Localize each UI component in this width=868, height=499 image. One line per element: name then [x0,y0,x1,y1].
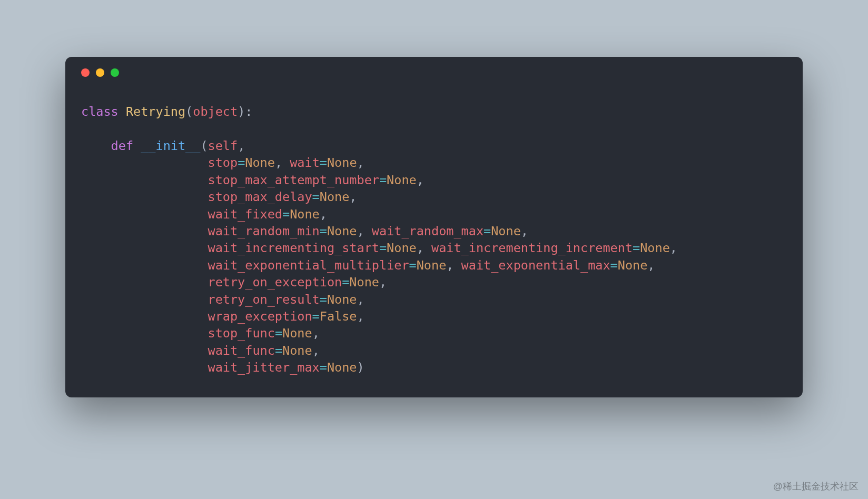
param-wait-incrementing-start: wait_incrementing_start [208,241,379,255]
window-titlebar [65,57,803,82]
paren-open: ( [185,104,193,119]
param-retry-on-exception: retry_on_exception [208,275,342,290]
keyword-def: def [111,138,133,153]
comma: , [320,207,327,222]
comma: , [379,275,387,290]
eq: = [275,326,282,341]
none-literal: None [282,343,312,358]
eq: = [275,343,282,358]
param-stop-max-attempt-number: stop_max_attempt_number [208,173,379,187]
eq: = [320,155,327,170]
comma: , [417,241,424,255]
comma: , [275,155,282,170]
paren-close: ) [357,360,364,375]
watermark: @稀土掘金技术社区 [773,480,859,493]
param-stop-max-delay: stop_max_delay [208,189,312,204]
eq: = [320,292,327,307]
eq: = [379,173,387,187]
false-literal: False [320,309,357,324]
eq: = [484,224,491,238]
paren-open: ( [200,138,208,153]
close-icon[interactable] [81,68,90,77]
code-block: class Retrying(object): def __init__(sel… [65,82,803,376]
comma: , [417,173,424,187]
function-name: __init__ [141,138,200,153]
comma: , [312,326,320,341]
none-literal: None [290,207,320,222]
comma: , [446,258,453,273]
param-wait-exponential-multiplier: wait_exponential_multiplier [208,258,409,273]
base-class: object [193,104,238,119]
none-literal: None [320,189,350,204]
eq: = [610,258,618,273]
param-wait-random-min: wait_random_min [208,224,320,238]
comma: , [238,138,245,153]
eq: = [379,241,387,255]
comma: , [357,292,364,307]
eq: = [320,224,327,238]
minimize-icon[interactable] [96,68,104,77]
keyword-class: class [81,104,119,119]
eq: = [320,360,327,375]
none-literal: None [491,224,521,238]
param-stop-func: stop_func [208,326,275,341]
none-literal: None [282,326,312,341]
none-literal: None [417,258,447,273]
none-literal: None [327,360,357,375]
eq: = [282,207,290,222]
param-wait-incrementing-increment: wait_incrementing_increment [431,241,633,255]
comma: , [647,258,655,273]
code-window: class Retrying(object): def __init__(sel… [65,57,803,397]
param-wait-jitter-max: wait_jitter_max [208,360,320,375]
none-literal: None [349,275,379,290]
none-literal: None [327,224,357,238]
comma: , [357,155,364,170]
param-wait: wait [290,155,320,170]
param-stop: stop [208,155,238,170]
none-literal: None [387,173,417,187]
param-wait-func: wait_func [208,343,275,358]
eq: = [238,155,245,170]
param-wait-random-max: wait_random_max [372,224,484,238]
none-literal: None [640,241,670,255]
eq: = [312,309,320,324]
eq: = [633,241,640,255]
comma: , [357,309,364,324]
none-literal: None [327,155,357,170]
comma: , [312,343,320,358]
eq: = [312,189,320,204]
param-wait-fixed: wait_fixed [208,207,282,222]
paren-close-colon: ): [238,104,252,119]
none-literal: None [618,258,648,273]
maximize-icon[interactable] [111,68,119,77]
none-literal: None [245,155,275,170]
comma: , [521,224,528,238]
none-literal: None [327,292,357,307]
eq: = [342,275,349,290]
none-literal: None [387,241,417,255]
class-name: Retrying [126,104,185,119]
param-wait-exponential-max: wait_exponential_max [461,258,610,273]
eq: = [409,258,417,273]
param-self: self [208,138,238,153]
comma: , [670,241,677,255]
param-wrap-exception: wrap_exception [208,309,312,324]
comma: , [349,189,357,204]
param-retry-on-result: retry_on_result [208,292,320,307]
comma: , [357,224,364,238]
